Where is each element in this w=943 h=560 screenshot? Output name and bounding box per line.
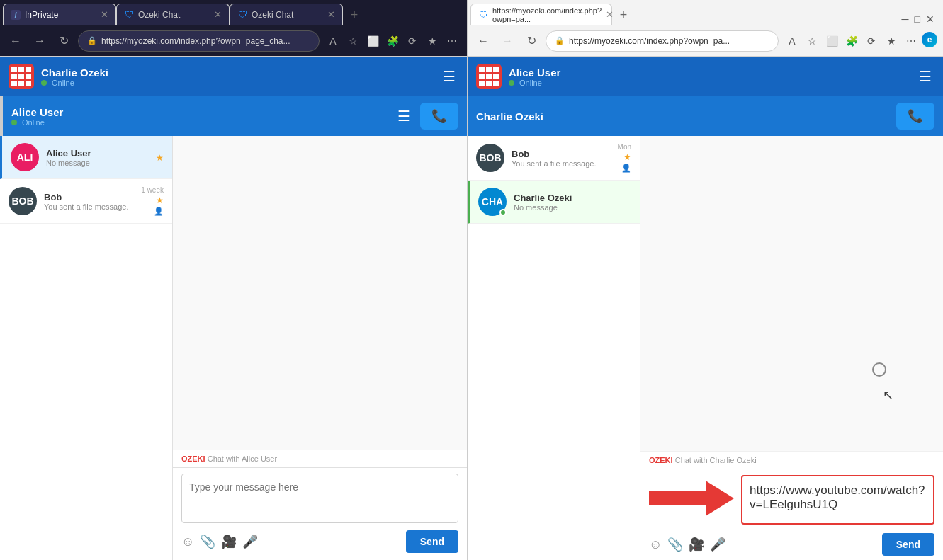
refresh-button-left[interactable]: ↻ <box>54 31 74 51</box>
left-call-button[interactable]: 📞 <box>420 103 458 130</box>
ozeki-label-text-right: Chat with Charlie Ozeki <box>675 456 757 464</box>
alice-last-msg: No message <box>46 159 149 167</box>
left-contact-list: ALI Alice User No message ★ <box>0 136 173 560</box>
left-message-input[interactable] <box>181 474 458 523</box>
right-toolbar-icons: A ☆ ⬜ 🧩 ⟳ ★ ⋯ e <box>783 32 937 50</box>
left-chat-menu-button[interactable]: ☰ <box>395 105 413 127</box>
mic-icon-right[interactable]: 🎤 <box>710 537 725 552</box>
more-icon-right[interactable]: ⋯ <box>902 32 920 50</box>
tab-ozeki-1[interactable]: 🛡 Ozeki Chat ✕ <box>116 4 230 25</box>
tab-ozeki-2[interactable]: 🛡 Ozeki Chat ✕ <box>230 4 343 25</box>
attach-icon-left[interactable]: 📎 <box>200 534 215 549</box>
bob-last-msg-left: You sent a file message. <box>44 202 134 211</box>
left-header-username: Charlie Ozeki <box>41 67 433 79</box>
bob-avatar-left: BOB <box>9 187 37 215</box>
maximize-button[interactable]: □ <box>915 13 920 25</box>
right-chat-username: Charlie Ozeki <box>476 110 889 122</box>
charlie-last-msg: No message <box>514 203 624 212</box>
right-tab-bar: 🛡 https://myozeki.com/index.php?owpn=pa.… <box>468 0 943 25</box>
bob-star-left: ★ <box>156 195 164 205</box>
left-send-button[interactable]: Send <box>406 530 458 553</box>
contact-item-alice[interactable]: ALI Alice User No message ★ <box>0 136 172 179</box>
right-tab-ozeki[interactable]: 🛡 https://myozeki.com/index.php?owpn=pa.… <box>470 4 612 25</box>
ozeki-brand-right: OZEKI <box>649 456 673 464</box>
back-button-right[interactable]: ← <box>473 31 493 51</box>
logo-right <box>476 64 502 89</box>
more-icon[interactable]: ⋯ <box>443 32 461 50</box>
bob-info-right: Bob You sent a file message. <box>512 149 611 168</box>
reader-icon-right[interactable]: A <box>783 32 801 50</box>
collections-icon[interactable]: ⬜ <box>363 32 382 50</box>
youtube-input-wrapper <box>741 475 934 525</box>
online-dot-left <box>41 80 47 86</box>
video-icon-left[interactable]: 🎥 <box>221 534 237 549</box>
video-icon-right[interactable]: 🎥 <box>689 537 704 552</box>
bob-meta-left: 1 week ★ 👤 <box>141 186 164 216</box>
minimize-button[interactable]: ─ <box>902 13 909 25</box>
sync-icon-right[interactable]: ⟳ <box>862 32 881 50</box>
bob-person-right: 👤 <box>621 164 631 173</box>
tab-ozeki-1-close[interactable]: ✕ <box>214 9 222 20</box>
right-address-bar: ← → ↻ 🔒 https://myozeki.com/index.php?ow… <box>468 25 943 57</box>
attach-icon-right[interactable]: 📎 <box>667 537 683 552</box>
ozeki-brand-left: OZEKI <box>181 455 205 463</box>
sync-icon[interactable]: ⟳ <box>403 32 422 50</box>
charlie-name: Charlie Ozeki <box>514 193 624 203</box>
alice-star: ★ <box>156 153 164 163</box>
url-text-right: https://myozeki.com/index.php?owpn=pa... <box>569 36 730 46</box>
lock-icon-left: 🔒 <box>87 36 97 45</box>
reader-icon[interactable]: A <box>324 32 342 50</box>
right-tab-close[interactable]: ✕ <box>606 9 614 20</box>
forward-button-right[interactable]: → <box>497 31 517 51</box>
favorites-icon[interactable]: ☆ <box>344 32 362 50</box>
right-message-toolbar: ☺ 📎 🎥 🎤 Send <box>640 530 943 560</box>
online-dot-right <box>509 80 514 86</box>
favorites-star-icon[interactable]: ★ <box>423 32 441 50</box>
contact-item-charlie[interactable]: CHA Charlie Ozeki No message <box>468 181 640 224</box>
favorites-star-icon-right[interactable]: ★ <box>882 32 900 50</box>
tab-ozeki-1-label: Ozeki Chat <box>138 10 180 20</box>
contact-item-bob-left[interactable]: BOB Bob You sent a file message. 1 week … <box>0 179 172 224</box>
bob-avatar-right: BOB <box>476 144 504 172</box>
new-tab-button[interactable]: + <box>344 5 364 25</box>
left-menu-button[interactable]: ☰ <box>440 65 458 88</box>
left-chat-user: Alice User Online <box>11 106 388 127</box>
right-charlie-chat: ↖ OZEKI Chat with Charlie Ozeki <box>640 136 943 560</box>
right-new-tab-button[interactable]: + <box>614 5 633 25</box>
left-header-user: Charlie Ozeki Online <box>41 67 433 87</box>
charlie-messages: ↖ <box>640 136 943 451</box>
right-call-button[interactable]: 📞 <box>896 103 934 130</box>
left-message-input-area: ☺ 📎 🎥 🎤 Send <box>173 467 467 560</box>
right-header-username: Alice User <box>509 67 909 79</box>
contact-item-bob-right[interactable]: BOB Bob You sent a file message. Mon ★ 👤 <box>468 136 640 181</box>
bob-name-right: Bob <box>512 149 611 159</box>
address-input-right[interactable]: 🔒 https://myozeki.com/index.php?owpn=pa.… <box>546 30 779 52</box>
refresh-button-right[interactable]: ↻ <box>521 31 541 51</box>
favorites-icon-right[interactable]: ☆ <box>803 32 821 50</box>
shield-icon-1: 🛡 <box>124 10 134 20</box>
tab-ozeki-2-close[interactable]: ✕ <box>327 9 335 20</box>
left-chat-status: Online <box>11 118 388 127</box>
tab-inprivate-close[interactable]: ✕ <box>101 9 108 20</box>
left-address-bar: ← → ↻ 🔒 https://myozeki.com/index.php?ow… <box>0 25 467 57</box>
alice-meta: ★ <box>156 152 164 163</box>
right-menu-button[interactable]: ☰ <box>916 65 934 88</box>
mic-icon-left[interactable]: 🎤 <box>242 534 258 549</box>
alice-avatar-wrapper: ALI <box>11 143 39 171</box>
tab-inprivate[interactable]: i InPrivate ✕ <box>3 4 116 25</box>
close-button[interactable]: ✕ <box>926 13 934 25</box>
address-input-left[interactable]: 🔒 https://myozeki.com/index.php?owpn=pag… <box>78 30 320 52</box>
collections-icon-right[interactable]: ⬜ <box>823 32 841 50</box>
right-tab-label: https://myozeki.com/index.php?owpn=pa... <box>492 6 602 23</box>
emoji-icon-right[interactable]: ☺ <box>649 537 662 552</box>
bob-time-left: 1 week <box>141 186 164 194</box>
extensions-icon[interactable]: 🧩 <box>383 32 402 50</box>
right-send-button[interactable]: Send <box>882 533 934 556</box>
left-tab-bar: i InPrivate ✕ 🛡 Ozeki Chat ✕ 🛡 Ozeki Cha… <box>0 0 467 25</box>
right-message-input[interactable] <box>741 475 934 525</box>
emoji-icon-left[interactable]: ☺ <box>181 535 194 549</box>
forward-button-left[interactable]: → <box>30 31 50 51</box>
extensions-icon-right[interactable]: 🧩 <box>842 32 861 50</box>
back-button-left[interactable]: ← <box>6 31 26 51</box>
right-input-row <box>640 469 943 530</box>
